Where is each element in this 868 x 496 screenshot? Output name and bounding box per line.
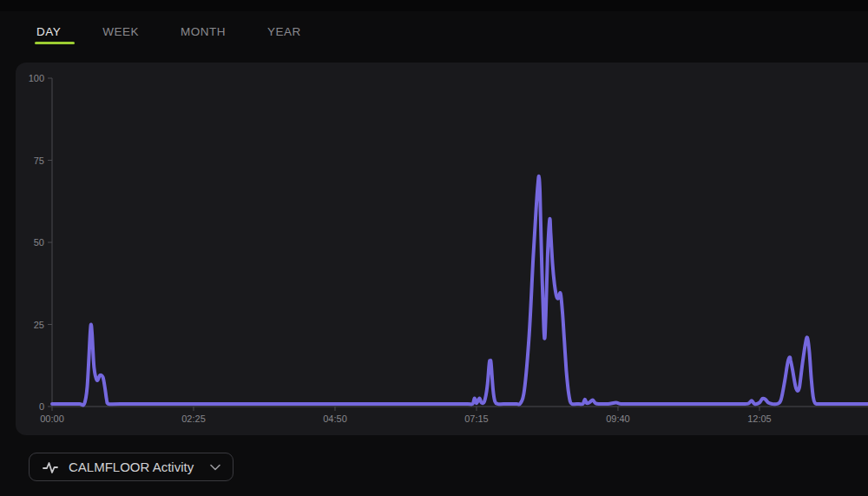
svg-text:100: 100 (29, 73, 44, 83)
tab-day[interactable]: DAY (36, 25, 61, 44)
svg-text:09:40: 09:40 (606, 413, 630, 424)
chevron-down-icon (210, 464, 220, 471)
activity-chart: 025507510000:0002:2504:5007:1509:4012:05 (16, 63, 868, 435)
tab-day-label: DAY (36, 25, 61, 38)
tab-year-label: YEAR (267, 25, 301, 38)
svg-text:00:00: 00:00 (40, 413, 64, 424)
chart-panel: 025507510000:0002:2504:5007:1509:4012:05 (16, 63, 868, 435)
tab-week[interactable]: WEEK (102, 25, 139, 44)
svg-text:04:50: 04:50 (323, 413, 347, 424)
svg-text:02:25: 02:25 (181, 413, 206, 424)
tab-month-label: MONTH (181, 25, 226, 38)
svg-text:25: 25 (34, 320, 44, 330)
tab-bar: DAY WEEK MONTH YEAR (36, 25, 301, 44)
tab-week-label: WEEK (102, 25, 139, 38)
active-tab-underline (35, 42, 75, 44)
series-dropdown-button[interactable]: CALMFLOOR Activity (29, 453, 233, 481)
series-dropdown-label: CALMFLOOR Activity (69, 460, 194, 474)
tab-month[interactable]: MONTH (181, 25, 226, 44)
tab-year[interactable]: YEAR (267, 25, 301, 44)
svg-text:0: 0 (39, 401, 44, 412)
svg-text:50: 50 (34, 237, 44, 248)
svg-text:07:15: 07:15 (464, 413, 489, 424)
activity-icon (43, 460, 58, 475)
svg-text:75: 75 (34, 155, 44, 166)
top-strip (0, 0, 868, 11)
svg-text:12:05: 12:05 (747, 413, 772, 424)
app: DAY WEEK MONTH YEAR 025507510000:0002:25… (0, 0, 868, 496)
